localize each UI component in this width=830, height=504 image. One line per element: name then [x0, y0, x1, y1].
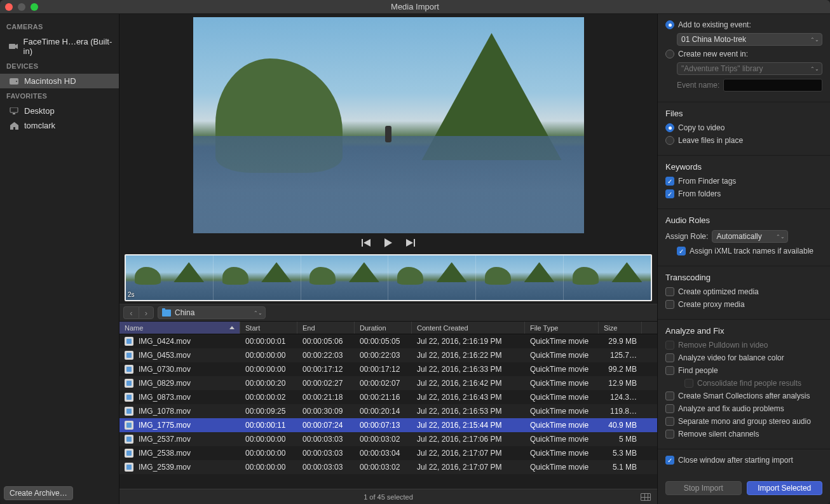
status-bar: 1 of 45 selected — [119, 489, 657, 504]
close-window-check[interactable] — [665, 456, 674, 465]
optimized-media-check[interactable] — [665, 287, 674, 296]
create-archive-button[interactable]: Create Archive… — [4, 486, 73, 500]
ixml-check[interactable] — [677, 247, 686, 255]
analyze-section-title: Analyze and Fix — [665, 326, 822, 336]
col-name[interactable]: Name — [119, 322, 240, 334]
minimize-window-icon — [18, 3, 25, 11]
filmstrip[interactable]: 2s — [119, 252, 657, 304]
nav-forward-button[interactable]: › — [139, 306, 154, 319]
sidebar-item[interactable]: tomclark — [0, 118, 119, 133]
event-name-label: Event name: — [677, 81, 719, 90]
sidebar-header: CAMERAS — [0, 19, 119, 34]
table-row[interactable]: IMG_2537.mov00:00:00:0000:00:03:0300:00:… — [119, 432, 657, 446]
col-size[interactable]: Size — [599, 322, 642, 334]
copy-to-video-radio[interactable] — [665, 123, 674, 132]
next-clip-icon[interactable] — [406, 239, 415, 247]
assign-role-label: Assign Role: — [665, 232, 708, 241]
finder-tags-check[interactable] — [665, 177, 674, 186]
balance-color-check[interactable] — [665, 353, 674, 362]
transcoding-section-title: Transcoding — [665, 273, 822, 282]
play-icon[interactable] — [384, 238, 392, 247]
mov-file-icon — [125, 463, 133, 472]
separate-mono-check[interactable] — [665, 417, 674, 426]
drive-icon — [9, 78, 19, 85]
keywords-section-title: Keywords — [665, 162, 822, 172]
remove-pulldown-check — [665, 341, 674, 350]
table-row[interactable]: IMG_0453.mov00:00:00:0000:00:22:0300:00:… — [119, 348, 657, 362]
fix-audio-check[interactable] — [665, 404, 674, 413]
mov-file-icon — [125, 337, 133, 346]
table-row[interactable]: IMG_1078.mov00:00:09:2500:00:30:0900:00:… — [119, 404, 657, 418]
svg-rect-3 — [10, 107, 18, 112]
selection-count: 1 of 45 selected — [364, 493, 413, 501]
remove-silent-check[interactable] — [665, 430, 674, 439]
existing-event-select[interactable]: 01 China Moto-trek — [677, 33, 822, 46]
col-start[interactable]: Start — [240, 322, 297, 334]
import-options-pane: Add to existing event: 01 China Moto-tre… — [657, 14, 830, 504]
svg-rect-4 — [13, 113, 15, 114]
svg-rect-0 — [9, 44, 15, 49]
preview-image[interactable] — [193, 17, 584, 233]
sidebar-header: FAVORITES — [0, 88, 119, 104]
create-new-radio[interactable] — [665, 50, 674, 58]
camera-icon — [9, 43, 18, 50]
mov-file-icon — [125, 407, 133, 416]
svg-point-2 — [16, 81, 17, 82]
assign-role-select[interactable]: Automatically — [712, 230, 788, 243]
table-row[interactable]: IMG_0829.mov00:00:00:2000:00:02:2700:00:… — [119, 376, 657, 390]
mov-file-icon — [125, 393, 133, 402]
close-window-icon[interactable] — [5, 3, 13, 11]
create-new-label: Create new event in: — [678, 50, 748, 58]
smart-collections-check[interactable] — [665, 392, 674, 400]
folder-name: China — [175, 308, 194, 317]
sidebar-item-label: Desktop — [24, 106, 55, 116]
sidebar: CAMERASFaceTime H…era (Built-in)DEVICESM… — [0, 14, 119, 504]
folder-select[interactable]: China — [158, 306, 266, 319]
mov-file-icon — [125, 435, 133, 444]
filmstrip-duration-label: 2s — [128, 291, 135, 298]
titlebar[interactable]: Media Import — [0, 0, 830, 14]
table-row[interactable]: IMG_2538.mov00:00:00:0000:00:03:0300:00:… — [119, 446, 657, 460]
zoom-window-icon[interactable] — [31, 3, 38, 11]
table-header: Name Start End Duration Content Created … — [119, 322, 657, 334]
sidebar-item[interactable]: FaceTime H…era (Built-in) — [0, 34, 119, 58]
sidebar-item-label: Macintosh HD — [24, 76, 76, 86]
library-select: "Adventure Trips" library — [677, 62, 822, 75]
desktop-icon — [9, 107, 19, 115]
previous-clip-icon[interactable] — [362, 239, 371, 247]
leave-in-place-radio[interactable] — [665, 136, 674, 145]
file-table: Name Start End Duration Content Created … — [119, 322, 657, 489]
table-row[interactable]: IMG_0424.mov00:00:00:0100:00:05:0600:00:… — [119, 334, 657, 348]
nav-back-button[interactable]: ‹ — [123, 306, 139, 319]
home-icon — [9, 122, 19, 130]
import-selected-button[interactable]: Import Selected — [747, 481, 823, 495]
col-end[interactable]: End — [297, 322, 355, 334]
view-toggle-icon[interactable] — [641, 493, 651, 501]
preview-area — [119, 14, 657, 234]
col-duration[interactable]: Duration — [355, 322, 412, 334]
sidebar-item-label: tomclark — [24, 121, 55, 130]
audio-roles-section-title: Audio Roles — [665, 215, 822, 225]
col-file-type[interactable]: File Type — [525, 322, 599, 334]
add-existing-label: Add to existing event: — [678, 20, 751, 29]
find-people-check[interactable] — [665, 366, 674, 375]
sidebar-header: DEVICES — [0, 58, 119, 74]
transport-controls — [119, 234, 657, 252]
table-row[interactable]: IMG_2539.mov00:00:00:0000:00:03:0300:00:… — [119, 460, 657, 474]
sidebar-item[interactable]: Desktop — [0, 104, 119, 118]
proxy-media-check[interactable] — [665, 300, 674, 309]
add-existing-radio[interactable] — [665, 20, 674, 29]
mov-file-icon — [125, 351, 133, 360]
mov-file-icon — [125, 365, 133, 374]
mov-file-icon — [125, 449, 133, 458]
sidebar-item[interactable]: Macintosh HD — [0, 74, 119, 88]
from-folders-check[interactable] — [665, 189, 674, 198]
table-row[interactable]: IMG_1775.mov00:00:00:1100:00:07:2400:00:… — [119, 418, 657, 432]
col-content-created[interactable]: Content Created — [412, 322, 525, 334]
mov-file-icon — [125, 421, 133, 430]
folder-icon — [162, 310, 171, 317]
stop-import-button[interactable]: Stop Import — [665, 481, 742, 495]
sidebar-item-label: FaceTime H…era (Built-in) — [24, 37, 112, 56]
table-row[interactable]: IMG_0730.mov00:00:00:0000:00:17:1200:00:… — [119, 362, 657, 376]
table-row[interactable]: IMG_0873.mov00:00:00:0200:00:21:1800:00:… — [119, 390, 657, 404]
